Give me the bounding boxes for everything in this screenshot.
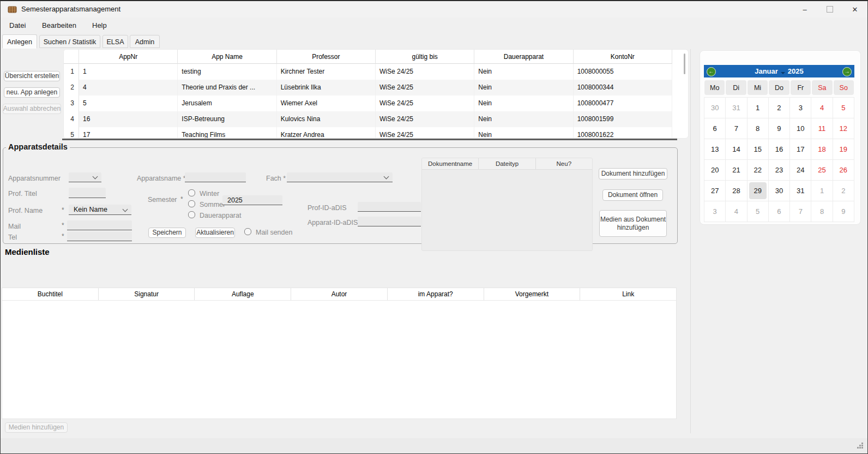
sommer-radio[interactable]: [188, 200, 195, 207]
calendar-day[interactable]: 15: [748, 139, 769, 160]
calendar-day[interactable]: 30: [769, 181, 790, 201]
doc-column-header-dateityp[interactable]: Dateityp: [479, 158, 535, 170]
calendar-day[interactable]: 1: [811, 181, 833, 201]
calendar-prev-month-button[interactable]: ←: [707, 67, 716, 76]
doc-column-header-dokumentname[interactable]: Dokumentname: [422, 158, 479, 170]
prof-name-combobox[interactable]: Kein Name: [69, 205, 131, 215]
column-header-app-name[interactable]: App Name: [178, 50, 276, 64]
prof-id-adis-input[interactable]: [358, 202, 421, 212]
calendar-day[interactable]: 7: [790, 201, 811, 222]
neue-app-anlegen-button[interactable]: neu. App anlegen: [4, 87, 60, 98]
table-row[interactable]: 11testingKirchner TesterWiSe 24/25Nein10…: [64, 64, 672, 80]
calendar-day[interactable]: 8: [811, 201, 833, 222]
resize-grip-icon[interactable]: [857, 443, 859, 444]
dokument-hinzufuegen-button[interactable]: Dokument hinzufügen: [599, 168, 667, 180]
calendar-day[interactable]: 17: [790, 139, 811, 160]
calendar-day[interactable]: 5: [833, 98, 854, 118]
media-column-header-buchtitel[interactable]: Buchtitel: [2, 288, 99, 300]
calendar-title[interactable]: Januar 2025: [755, 67, 804, 75]
calendar-day[interactable]: 3: [790, 98, 811, 118]
calendar-day[interactable]: 4: [811, 98, 833, 118]
calendar-day[interactable]: 27: [704, 181, 726, 201]
mail-senden-checkbox[interactable]: [244, 228, 251, 235]
tab-admin[interactable]: Admin: [130, 35, 160, 48]
calendar-day[interactable]: 10: [790, 118, 811, 139]
menu-datei[interactable]: Datei: [9, 17, 26, 34]
calendar-day[interactable]: 21: [726, 160, 747, 181]
tab-suchen-statistik[interactable]: Suchen / Statistik: [39, 35, 100, 48]
calendar-day[interactable]: 19: [833, 139, 854, 160]
tab-elsa[interactable]: ELSA: [103, 35, 128, 48]
calendar-day[interactable]: 4: [726, 201, 747, 222]
table-row[interactable]: 35JerusalemWiemer AxelWiSe 24/25Nein1008…: [64, 95, 672, 111]
apparatsname-input[interactable]: [185, 172, 246, 182]
calendar-day[interactable]: 16: [769, 139, 790, 160]
dauerapparat-radio[interactable]: [188, 211, 195, 218]
tel-input[interactable]: [67, 231, 132, 241]
minimize-button[interactable]: –: [792, 1, 817, 17]
calendar-day[interactable]: 24: [790, 160, 811, 181]
medien-aus-dokument-button[interactable]: Medien aus Dokument hinzufügen: [599, 210, 667, 237]
calendar-day[interactable]: 11: [811, 118, 833, 139]
medien-hinzufuegen-button[interactable]: Medien hinzufügen: [5, 422, 68, 433]
semester-year-input[interactable]: 2025: [222, 195, 282, 205]
column-header-gültig-bis[interactable]: gültig bis: [376, 50, 474, 64]
uebersicht-erstellen-button[interactable]: Übersicht erstellen: [4, 71, 60, 81]
column-header-professor[interactable]: Professor: [277, 50, 376, 64]
calendar-day[interactable]: 7: [726, 118, 747, 139]
menu-help[interactable]: Help: [92, 17, 107, 34]
column-header-dauerapparat[interactable]: Dauerapparat: [474, 50, 573, 64]
media-column-header-vorgemerkt[interactable]: Vorgemerkt: [484, 288, 581, 300]
winter-radio[interactable]: [188, 189, 195, 196]
media-column-header-signatur[interactable]: Signatur: [99, 288, 195, 300]
calendar-day[interactable]: 22: [748, 160, 769, 181]
calendar-day[interactable]: 9: [833, 201, 854, 222]
calendar-day[interactable]: 18: [811, 139, 833, 160]
apparatsnummer-combobox[interactable]: [69, 172, 101, 182]
calendar-month[interactable]: Januar: [755, 67, 778, 75]
table-row[interactable]: 517Teaching FilmsKratzer AndreaWiSe 24/2…: [64, 127, 672, 139]
media-column-header-im-apparat?[interactable]: im Apparat?: [388, 288, 484, 300]
calendar-day[interactable]: 2: [769, 98, 790, 118]
horizontal-scrollbar[interactable]: [62, 139, 677, 140]
calendar-day[interactable]: 13: [704, 139, 726, 160]
calendar-day[interactable]: 30: [704, 98, 726, 118]
calendar-day[interactable]: 23: [769, 160, 790, 181]
table-row[interactable]: 24Theorie und Praxis der ...Lüsebrink Il…: [64, 80, 672, 95]
dokument-oeffnen-button[interactable]: Dokument öffnen: [602, 189, 663, 201]
table-row[interactable]: 416ISP-BetreuungKulovics NinaWiSe 24/25N…: [64, 111, 672, 127]
tab-anlegen[interactable]: Anlegen: [2, 34, 37, 49]
doc-column-header-neu?[interactable]: Neu?: [536, 158, 592, 170]
calendar-year[interactable]: 2025: [788, 67, 804, 75]
media-column-header-auflage[interactable]: Auflage: [195, 288, 291, 300]
calendar-day[interactable]: 26: [833, 160, 854, 181]
speichern-button[interactable]: Speichern: [148, 228, 186, 238]
aktualisieren-button[interactable]: Aktualisieren: [195, 228, 235, 238]
calendar-day[interactable]: 8: [748, 118, 769, 139]
calendar-day[interactable]: 31: [726, 98, 747, 118]
calendar-day[interactable]: 2: [833, 181, 854, 201]
media-column-header-autor[interactable]: Autor: [291, 288, 388, 300]
calendar-day[interactable]: 1: [748, 98, 769, 118]
media-column-header-link[interactable]: Link: [580, 288, 676, 300]
apparat-id-adis-input[interactable]: [358, 217, 421, 226]
calendar-day[interactable]: 9: [769, 118, 790, 139]
close-button[interactable]: ✕: [842, 1, 867, 17]
column-header-kontonr[interactable]: KontoNr: [574, 50, 672, 64]
prof-titel-input[interactable]: [69, 188, 106, 198]
calendar-day[interactable]: 6: [769, 201, 790, 222]
calendar-day[interactable]: 29: [748, 181, 769, 201]
fach-combobox[interactable]: [287, 172, 393, 182]
calendar-next-month-button[interactable]: →: [842, 67, 852, 76]
maximize-button[interactable]: [817, 1, 842, 17]
column-header-appnr[interactable]: AppNr: [79, 50, 178, 64]
calendar-day[interactable]: 31: [790, 181, 811, 201]
calendar-day[interactable]: 3: [704, 201, 726, 222]
calendar-day[interactable]: 14: [726, 139, 747, 160]
calendar-day[interactable]: 20: [704, 160, 726, 181]
vertical-scrollbar[interactable]: [684, 53, 685, 74]
calendar-day[interactable]: 25: [811, 160, 833, 181]
menu-bearbeiten[interactable]: Bearbeiten: [42, 17, 76, 34]
calendar-day[interactable]: 6: [704, 118, 726, 139]
calendar-day[interactable]: 28: [726, 181, 747, 201]
